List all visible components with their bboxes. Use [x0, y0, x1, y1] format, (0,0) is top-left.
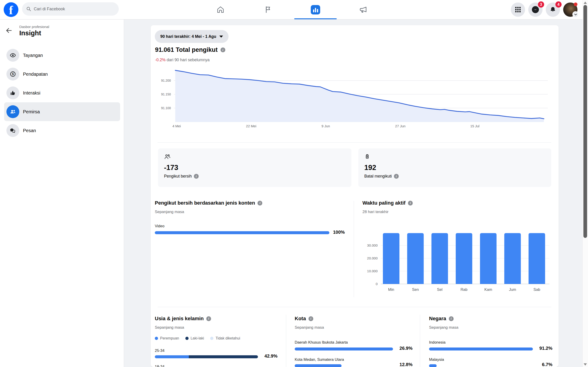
insights-main-panel: 90 hari terakhir: 4 Mei - 1 Agu 91.061 T…: [151, 25, 559, 367]
messenger-button[interactable]: 3: [528, 2, 543, 17]
back-button[interactable]: [5, 27, 13, 34]
net-followers-label: Pengikut bersih i: [164, 174, 346, 179]
sidebar-item-pendapatan[interactable]: $ Pendapatan: [0, 65, 124, 83]
sidebar-item-label: Interaksi: [23, 90, 40, 96]
info-icon[interactable]: i: [408, 201, 413, 206]
dollar-icon: $: [6, 68, 19, 81]
notifications-button[interactable]: 4: [546, 2, 560, 17]
svg-text:Sab: Sab: [534, 287, 540, 292]
thumbs-up-icon: [6, 86, 19, 99]
svg-text:4 Mei: 4 Mei: [173, 124, 181, 128]
search-icon: [26, 6, 31, 11]
eye-icon: [6, 49, 19, 62]
legend-tidak-diketahui: Tidak diketahui: [210, 336, 240, 340]
tab-pages[interactable]: [244, 0, 292, 19]
messenger-badge: 3: [538, 1, 544, 8]
city-row-label: Kota Medan, Sumatera Utara: [295, 357, 344, 362]
country-row-label: Malaysia: [429, 357, 444, 362]
search-input[interactable]: Cari di Facebook: [22, 2, 119, 16]
status-dot: [574, 2, 578, 6]
tab-insights[interactable]: [292, 0, 339, 19]
countries-subtitle: Sepanjang masa: [429, 325, 458, 330]
content-type-row-label: Video: [155, 224, 164, 228]
divider: [286, 315, 286, 367]
divider: [354, 201, 354, 297]
gender-legend: Perempuan Laki-laki Tidak diketahui: [155, 336, 240, 340]
svg-text:Jum: Jum: [509, 287, 516, 292]
svg-text:$: $: [12, 72, 14, 76]
info-icon[interactable]: i: [206, 316, 211, 321]
top-navigation-bar: f Cari di Facebook: [0, 0, 588, 19]
people-outline-icon: [164, 153, 171, 160]
followers-trend-chart: 91.20091.15091.1004 Mei22 Mei9 Jun27 Jun…: [151, 66, 559, 131]
svg-text:30.000: 30.000: [367, 243, 378, 247]
sidebar-item-label: Pesan: [23, 128, 36, 133]
menu-button[interactable]: [511, 2, 525, 17]
grid-menu-icon: [515, 7, 521, 13]
date-range-dropdown[interactable]: 90 hari terakhir: 4 Mei - 1 Agu: [155, 30, 229, 43]
legend-dot-unknown: [210, 337, 213, 340]
page-scrollbar[interactable]: [582, 0, 588, 367]
info-icon[interactable]: i: [194, 174, 199, 179]
sidebar-title: Insight: [19, 29, 41, 37]
age-gender-subtitle: Sepanjang masa: [155, 325, 184, 330]
scrollbar-thumb[interactable]: [583, 5, 587, 238]
countries-section-title: Negarai: [429, 316, 454, 322]
people-icon: [6, 105, 19, 118]
content-type-subtitle: Sepanjang masa: [155, 210, 184, 214]
topbar-actions: 3 4: [511, 2, 578, 17]
country-row-label: Indonesia: [429, 340, 446, 344]
legend-laki-laki: Laki-laki: [185, 336, 204, 340]
legend-perempuan: Perempuan: [155, 336, 179, 340]
cities-subtitle: Sepanjang masa: [295, 325, 324, 330]
profile-avatar[interactable]: [563, 2, 578, 17]
tab-home[interactable]: [197, 0, 244, 19]
svg-text:91.100: 91.100: [161, 106, 171, 110]
svg-text:9 Jun: 9 Jun: [321, 124, 330, 128]
back-arrow-icon: [5, 27, 13, 34]
notifications-badge: 4: [555, 1, 562, 8]
info-icon[interactable]: i: [258, 201, 262, 206]
svg-text:0: 0: [376, 282, 378, 286]
date-range-label: 90 hari terakhir: 4 Mei - 1 Agu: [160, 34, 216, 39]
active-times-subtitle: 28 hari terakhir: [363, 210, 389, 214]
facebook-logo[interactable]: f: [4, 2, 18, 17]
sidebar-item-pesan[interactable]: Pesan: [0, 121, 124, 140]
messenger-icon: [531, 5, 540, 14]
info-icon[interactable]: i: [449, 316, 454, 321]
insights-icon: [311, 5, 320, 15]
net-followers-card: -173 Pengikut bersih i: [158, 148, 351, 187]
followers-delta: -0.2% dari 90 hari sebelumnya: [155, 58, 209, 62]
legend-dot-male: [185, 337, 189, 340]
megaphone-icon: [359, 6, 367, 14]
info-icon[interactable]: i: [394, 174, 399, 179]
sidebar-item-tayangan[interactable]: Tayangan: [0, 46, 124, 65]
person-remove-icon: [364, 153, 371, 160]
info-icon[interactable]: i: [309, 316, 313, 321]
sidebar-item-pemirsa[interactable]: Pemirsa: [4, 102, 120, 121]
tab-ads[interactable]: [339, 0, 387, 19]
scroll-up-arrow[interactable]: [584, 2, 587, 4]
sidebar-item-interaksi[interactable]: Interaksi: [0, 83, 124, 102]
sidebar-eyebrow: Dasbor profesional: [19, 25, 49, 29]
svg-text:Kam: Kam: [484, 287, 492, 292]
cities-section-title: Kotai: [295, 316, 313, 322]
content-type-bar: [155, 231, 329, 234]
age-gender-section-title: Usia & jenis kelamini: [155, 316, 211, 322]
svg-text:91.200: 91.200: [161, 79, 171, 82]
age-row-pct: 42.9%: [155, 353, 277, 359]
sidebar-item-label: Pendapatan: [23, 72, 48, 77]
active-times-chart: 010.00020.00030.000MinSenSelRabKamJumSab: [363, 222, 552, 298]
content-type-pct: 100%: [333, 230, 349, 235]
svg-text:22 Mei: 22 Mei: [246, 124, 256, 128]
unfollows-card: 192 Batal mengikuti i: [358, 148, 551, 187]
svg-text:10.000: 10.000: [367, 269, 378, 273]
account-chevron-down-icon: [572, 11, 579, 17]
sidebar-item-label: Pemirsa: [23, 109, 40, 115]
age-row-label: 25-34: [155, 348, 164, 353]
info-icon[interactable]: i: [221, 48, 225, 52]
unfollows-value: 192: [364, 164, 545, 172]
delta-value: -0.2%: [155, 58, 166, 62]
scroll-down-arrow[interactable]: [584, 363, 587, 366]
insights-sidebar: Dasbor profesional Insight Tayangan $: [0, 19, 124, 367]
